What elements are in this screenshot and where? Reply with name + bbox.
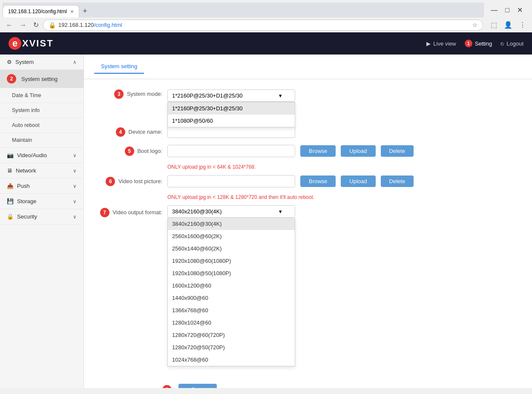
system-icon: ⚙ (7, 59, 12, 65)
back-button[interactable]: ← (3, 20, 15, 31)
dropdown-arrow-icon-2: ▾ (279, 208, 282, 215)
sidebar-item-storage[interactable]: 💾 Storage ∨ (0, 194, 83, 209)
browse-button-1[interactable]: Browse (300, 145, 336, 157)
nav-actions: ⬚ 👤 ⋮ (488, 19, 529, 31)
browse-button-2[interactable]: Browse (300, 175, 336, 187)
minimize-button[interactable]: — (487, 6, 501, 15)
sidebar-item-auto-reboot[interactable]: Auto reboot (0, 118, 83, 133)
upload-button-2[interactable]: Upload (341, 175, 375, 187)
delete-button-1[interactable]: Delete (381, 145, 414, 157)
system-mode-label-wrapper: 3 System mode: (94, 89, 162, 99)
sidebar-push-label: Push (17, 183, 30, 189)
chevron-down-icon-storage: ∨ (73, 198, 77, 204)
delete-button-2[interactable]: Delete (381, 175, 414, 187)
sidebar-system-setting-label: System setting (21, 76, 58, 82)
video-output-option-7[interactable]: 1366x768@60 (168, 304, 295, 316)
boot-logo-label-wrapper: 5 Boot logo: (94, 147, 162, 156)
device-name-input[interactable] (167, 126, 295, 138)
lock-icon: 🔒 (49, 22, 56, 29)
badge-3: 3 (114, 89, 124, 99)
extensions-button[interactable]: ⬚ (488, 19, 500, 31)
header-nav: ▶ Live view 1 Setting ⎋ Logout (426, 40, 523, 47)
lock-sidebar-icon: 🔒 (7, 213, 14, 220)
video-output-option-5[interactable]: 1600x1200@60 (168, 279, 295, 292)
video-output-option-9[interactable]: 1280x720@60(720P) (168, 329, 295, 341)
video-output-option-2[interactable]: 2560x1440@60(2K) (168, 242, 295, 255)
video-output-value: 3840x2160@30(4K) (172, 208, 222, 215)
video-lost-warning: ONLY upload jpg in < 128K & 1280*720 and… (167, 194, 522, 200)
sidebar-item-security[interactable]: 🔒 Security ∨ (0, 209, 83, 224)
system-mode-label: System mode: (127, 91, 162, 97)
video-output-option-1[interactable]: 2560x1600@60(2K) (168, 230, 295, 242)
video-output-select[interactable]: 3840x2160@30(4K) ▾ (167, 205, 295, 218)
sidebar-network-label: Network (16, 167, 36, 174)
live-view-nav[interactable]: ▶ Live view (426, 40, 456, 47)
menu-button[interactable]: ⋮ (517, 19, 529, 31)
video-output-option-6[interactable]: 1440x900@60 (168, 292, 295, 304)
badge-7: 7 (100, 208, 109, 217)
address-bar[interactable]: 🔒 192.168.1.120/config.html ☆ (43, 20, 483, 31)
forward-button[interactable]: → (17, 20, 29, 31)
sidebar-date-time-label: Date & Time (12, 92, 41, 98)
sidebar-item-system-info[interactable]: System info (0, 103, 83, 118)
tab-system-setting[interactable]: System setting (94, 60, 144, 74)
chevron-down-icon-push: ∨ (73, 183, 77, 189)
app-header: e XVIST ▶ Live view 1 Setting ⎋ Logout (0, 32, 532, 55)
badge-6: 6 (106, 177, 115, 186)
video-output-option-11[interactable]: 1024x768@60 (168, 354, 295, 366)
system-mode-select[interactable]: 1*2160P@25/30+D1@25/30 ▾ (167, 89, 295, 102)
sidebar-item-system[interactable]: ⚙ System ∧ (0, 55, 83, 70)
sidebar-system-label: System (15, 59, 34, 65)
sidebar-item-push[interactable]: 📤 Push ∨ (0, 178, 83, 194)
content-area: System setting 3 System mode: 1*2160P@25… (84, 55, 532, 388)
video-output-row: 7 Video output format: 3840x2160@30(4K) … (94, 205, 522, 218)
boot-logo-input[interactable] (167, 145, 295, 157)
system-mode-option-1[interactable]: 1*1080P@50/60 (168, 115, 295, 127)
video-output-label-wrapper: 7 Video output format: (94, 205, 162, 217)
bookmark-icon[interactable]: ☆ (472, 22, 477, 28)
logo-text: XVIST (22, 38, 54, 49)
play-icon: ▶ (426, 40, 431, 47)
video-output-options-list: 3840x2160@30(4K) 2560x1600@60(2K) 2560x1… (167, 218, 295, 366)
tab-nav: System setting (94, 60, 522, 74)
boot-logo-row: 5 Boot logo: Browse Upload Delete (94, 145, 522, 157)
system-mode-value: 1*2160P@25/30+D1@25/30 (172, 92, 243, 99)
network-icon: 🖥 (7, 167, 12, 174)
profile-button[interactable]: 👤 (501, 19, 515, 31)
badge-4: 4 (116, 127, 125, 137)
app-container: e XVIST ▶ Live view 1 Setting ⎋ Logout ⚙ (0, 32, 532, 388)
video-output-option-10[interactable]: 1280x720@50(720P) (168, 341, 295, 354)
video-output-option-0[interactable]: 3840x2160@30(4K) (168, 218, 295, 230)
badge-8: 8 (162, 385, 172, 388)
browser-tab[interactable]: 192.168.1.120/config.html × (3, 5, 79, 17)
setting-nav[interactable]: 1 Setting (465, 40, 492, 47)
main-layout: ⚙ System ∧ 2 System setting Date & Time … (0, 55, 532, 388)
address-path: /config.html (94, 22, 122, 28)
video-output-option-3[interactable]: 1920x1080@60(1080P) (168, 255, 295, 267)
chevron-up-icon: ∧ (73, 59, 77, 65)
tab-close-btn[interactable]: × (70, 8, 74, 15)
refresh-button[interactable]: ↻ (31, 19, 41, 31)
video-output-option-8[interactable]: 1280x1024@60 (168, 316, 295, 329)
system-mode-option-0-label: 1*2160P@25/30+D1@25/30 (172, 105, 243, 112)
maximize-button[interactable]: □ (502, 6, 513, 15)
upload-button-1[interactable]: Upload (341, 145, 375, 157)
system-mode-option-0[interactable]: 1*2160P@25/30+D1@25/30 (168, 102, 295, 115)
video-lost-input[interactable] (167, 175, 295, 187)
sidebar-item-network[interactable]: 🖥 Network ∨ (0, 163, 83, 178)
content-header: System setting (84, 55, 532, 79)
logout-nav[interactable]: ⎋ Logout (500, 40, 523, 47)
system-mode-option-1-label: 1*1080P@50/60 (172, 118, 213, 124)
address-text: 192.168.1.120/config.html (58, 22, 470, 28)
sidebar-system-info-label: System info (12, 107, 40, 113)
browser-chrome: 192.168.1.120/config.html × + — □ ✕ (0, 0, 532, 17)
sidebar-item-maintain[interactable]: Maintain (0, 133, 83, 148)
close-button[interactable]: ✕ (514, 5, 526, 15)
video-output-option-4[interactable]: 1920x1080@50(1080P) (168, 267, 295, 279)
save-button[interactable]: Save (178, 384, 217, 388)
sidebar-item-date-time[interactable]: Date & Time (0, 88, 83, 103)
sidebar-item-system-setting[interactable]: 2 System setting (0, 70, 83, 88)
push-icon: 📤 (7, 183, 14, 189)
sidebar-item-video-audio[interactable]: 📷 Video/Audio ∨ (0, 148, 83, 163)
new-tab-button[interactable]: + (79, 5, 91, 17)
